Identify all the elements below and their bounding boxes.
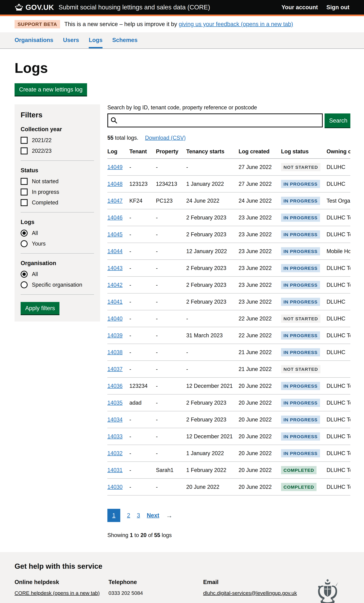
tenancy-starts-cell: 12 December 2021	[186, 428, 239, 445]
radio-option-organisation-all[interactable]: All	[21, 271, 94, 278]
checkbox-label: Completed	[32, 199, 58, 206]
footer-email-column: Email dluhc.digital-services@levellingup…	[203, 579, 306, 603]
tenant-cell: -	[129, 411, 156, 428]
pagination-page-1-current[interactable]: 1	[107, 509, 120, 522]
log-id-link[interactable]: 14046	[107, 214, 123, 221]
tenancy-starts-cell: -	[186, 310, 239, 327]
radio-organisation-all[interactable]	[21, 271, 28, 278]
your-account-link[interactable]: Your account	[282, 4, 318, 11]
service-name-link[interactable]: Submit social housing lettings and sales…	[59, 4, 282, 11]
table-row: 14032--1 January 202220 June 2022IN PROG…	[107, 445, 350, 462]
column-header-owning-organisation: Owning organisation	[327, 146, 350, 159]
organisation-filter-heading: Organisation	[21, 260, 94, 267]
property-cell: -	[156, 260, 186, 277]
tenancy-starts-cell: 1 January 2022	[186, 175, 239, 192]
search-input[interactable]	[107, 114, 323, 128]
checkbox-option-2022-23[interactable]: 2022/23	[21, 147, 94, 154]
sign-out-link[interactable]: Sign out	[326, 4, 350, 11]
radio-option-specific-organisation[interactable]: Specific organisation	[21, 281, 94, 288]
log-id-link[interactable]: 14037	[107, 366, 123, 372]
property-cell: -	[156, 327, 186, 344]
radio-specific-organisation[interactable]	[21, 281, 28, 288]
checkbox-completed[interactable]	[21, 199, 28, 206]
tenancy-starts-cell: 2 February 2023	[186, 277, 239, 293]
tenant-cell: -	[129, 344, 156, 361]
checkbox-2021-22[interactable]	[21, 137, 28, 144]
log-id-link[interactable]: 14036	[107, 383, 123, 389]
owning-organisation-cell: DLUHC Tes	[327, 478, 350, 495]
property-cell: -	[156, 411, 186, 428]
checkbox-label: 2021/22	[32, 137, 52, 143]
feedback-link[interactable]: giving us your feedback (opens in a new …	[179, 21, 293, 27]
checkbox-2022-23[interactable]	[21, 147, 28, 154]
table-row: 14037---21 June 2022NOT STARTED	[107, 361, 350, 377]
logs-table-container: Log Tenant Property Tenancy starts Log c…	[107, 146, 350, 496]
log-id-link[interactable]: 14043	[107, 265, 123, 271]
log-created-cell: 23 June 2022	[239, 260, 281, 277]
property-cell: -	[156, 344, 186, 361]
checkbox-not-started[interactable]	[21, 178, 28, 185]
log-id-link[interactable]: 14035	[107, 400, 123, 406]
log-id-link[interactable]: 14042	[107, 282, 123, 288]
checkbox-in-progress[interactable]	[21, 188, 28, 196]
log-id-link[interactable]: 14047	[107, 197, 123, 204]
log-id-link[interactable]: 14033	[107, 433, 123, 440]
checkbox-option-completed[interactable]: Completed	[21, 199, 94, 206]
log-id-link[interactable]: 14049	[107, 164, 123, 170]
log-created-cell: 23 June 2022	[239, 226, 281, 243]
log-id-link[interactable]: 14031	[107, 467, 123, 473]
filter-divider	[21, 212, 94, 212]
tenant-cell: -	[129, 243, 156, 260]
core-helpdesk-link[interactable]: CORE helpdesk (opens in a new tab)	[14, 590, 100, 596]
tenant-cell: -	[129, 462, 156, 478]
radio-logs-all[interactable]	[21, 230, 28, 237]
govuk-logo[interactable]: GOV.UK	[14, 3, 54, 12]
checkbox-option-2021-22[interactable]: 2021/22	[21, 137, 94, 144]
pagination-next-link[interactable]: Next	[147, 512, 159, 519]
owning-organisation-cell: DLUHC Tes	[327, 411, 350, 428]
log-id-link[interactable]: 14034	[107, 417, 123, 423]
search-button[interactable]: Search	[325, 114, 350, 128]
log-id-link[interactable]: 14030	[107, 484, 123, 490]
showing-summary: Showing 1 to 20 of 55 logs	[107, 532, 350, 538]
status-badge: IN PROGRESS	[281, 416, 320, 424]
apply-filters-button[interactable]: Apply filters	[21, 302, 59, 314]
log-id-link[interactable]: 14032	[107, 450, 123, 456]
create-lettings-log-button[interactable]: Create a new lettings log	[14, 83, 87, 95]
table-row: 14040---22 June 2022NOT STARTEDDLUHC	[107, 310, 350, 327]
download-csv-link[interactable]: Download (CSV)	[145, 135, 186, 141]
log-id-link[interactable]: 14041	[107, 299, 123, 305]
owning-organisation-cell: DLUHC	[327, 175, 350, 192]
nav-item-logs[interactable]: Logs	[89, 32, 103, 48]
checkbox-option-in-progress[interactable]: In progress	[21, 188, 94, 196]
radio-label: All	[32, 271, 38, 277]
log-id-link[interactable]: 14044	[107, 248, 123, 254]
column-header-log: Log	[107, 146, 129, 159]
log-id-link[interactable]: 14045	[107, 231, 123, 237]
nav-item-users[interactable]: Users	[63, 32, 79, 48]
log-id-link[interactable]: 14040	[107, 315, 123, 322]
radio-option-logs-all[interactable]: All	[21, 230, 94, 237]
pagination-page-3[interactable]: 3	[137, 512, 140, 519]
pagination-page-2[interactable]: 2	[127, 512, 130, 519]
footer-crown-copyright-block: © Crown copyright	[306, 579, 350, 603]
log-id-link[interactable]: 14038	[107, 349, 123, 355]
filter-group-collection-year: Collection year 2021/22 2022/23	[21, 126, 94, 154]
tenant-cell: -	[129, 327, 156, 344]
radio-logs-yours[interactable]	[21, 240, 28, 247]
total-logs-suffix: total logs.	[113, 135, 138, 141]
nav-item-organisations[interactable]: Organisations	[14, 32, 53, 48]
beta-tag: SUPPORT BETA	[14, 20, 60, 28]
log-id-link[interactable]: 14048	[107, 181, 123, 187]
log-id-link[interactable]: 14039	[107, 332, 123, 338]
nav-item-schemes[interactable]: Schemes	[112, 32, 138, 48]
radio-option-logs-yours[interactable]: Yours	[21, 240, 94, 247]
tenancy-starts-cell: -	[186, 361, 239, 377]
owning-organisation-cell: DLUHC Tes	[327, 226, 350, 243]
tenant-cell: -	[129, 226, 156, 243]
column-header-tenancy-starts: Tenancy starts	[186, 146, 239, 159]
checkbox-option-not-started[interactable]: Not started	[21, 178, 94, 185]
tenancy-starts-cell: 2 February 2023	[186, 209, 239, 226]
email-link[interactable]: dluhc.digital-services@levellingup.gov.u…	[203, 590, 297, 596]
next-arrow-icon: →	[166, 512, 173, 519]
